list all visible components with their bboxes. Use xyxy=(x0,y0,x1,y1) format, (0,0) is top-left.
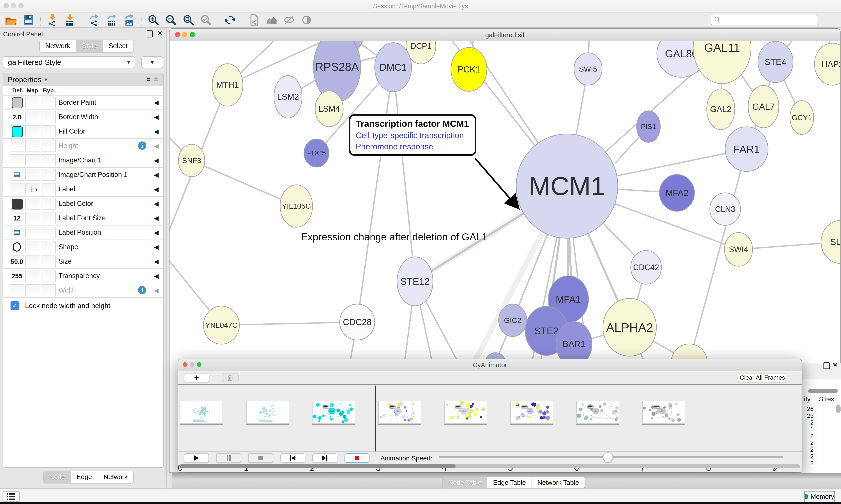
clear-all-frames-button[interactable]: Clear All Frames xyxy=(738,373,787,382)
mapping-cell[interactable] xyxy=(25,169,40,181)
expand-property-icon[interactable]: ◀ xyxy=(154,128,159,135)
mapping-cell[interactable] xyxy=(25,284,40,296)
column-header-centrality[interactable]: ity xyxy=(804,395,810,403)
annotation-link[interactable]: Cell-type-specific transcription xyxy=(356,131,469,140)
mapping-cell[interactable] xyxy=(25,111,40,123)
default-value-cell[interactable] xyxy=(10,198,24,210)
network-node-rps28a[interactable]: RPS28A xyxy=(314,41,361,102)
table-cell-value[interactable]: 2 xyxy=(801,439,813,446)
bypass-cell[interactable] xyxy=(41,270,56,282)
export-table-icon[interactable] xyxy=(106,14,118,26)
skip-start-button[interactable] xyxy=(280,453,305,463)
default-value-cell[interactable] xyxy=(10,241,24,253)
property-row-border-paint[interactable]: Border Paint◀ xyxy=(3,95,163,110)
expand-property-icon[interactable]: ◀ xyxy=(154,99,159,106)
mapping-cell[interactable] xyxy=(25,154,40,166)
property-row-fill-color[interactable]: Fill Color◀ xyxy=(3,124,163,139)
network-node-swi4[interactable]: SWI4 xyxy=(724,233,753,266)
frame-thumbnail-5[interactable]: MCM1 xyxy=(510,401,553,424)
mapping-cell[interactable] xyxy=(25,212,40,224)
property-row-label[interactable]: ⋮›Label◀ xyxy=(3,182,163,197)
default-value-cell[interactable] xyxy=(10,169,24,181)
default-value-cell[interactable]: 12 xyxy=(10,212,24,224)
document-network-icon[interactable] xyxy=(248,14,260,26)
network-node-gal7[interactable]: GAL7 xyxy=(748,85,779,128)
bypass-cell[interactable] xyxy=(41,183,56,195)
property-row-image-chart-1[interactable]: Image/Chart 1◀ xyxy=(3,153,163,168)
network-edge[interactable] xyxy=(192,161,296,206)
pause-button[interactable] xyxy=(216,453,241,463)
mapping-cell[interactable] xyxy=(25,227,40,238)
expand-property-icon[interactable]: ◀ xyxy=(154,186,159,193)
stop-button[interactable] xyxy=(248,453,273,463)
timeline-scrollbar[interactable] xyxy=(180,464,800,468)
property-row-size[interactable]: 50.0Size◀ xyxy=(3,254,163,269)
bypass-cell[interactable] xyxy=(41,255,56,267)
close-panel-icon[interactable]: × xyxy=(833,362,837,367)
network-node-lsm4[interactable]: LSM4 xyxy=(315,91,343,127)
frame-thumbnail-3[interactable]: MCM1 xyxy=(378,401,421,424)
speed-slider-knob[interactable] xyxy=(603,452,613,463)
table-cell-value[interactable]: 2 xyxy=(801,453,813,460)
attribute-browser-tab-edge[interactable]: Edge xyxy=(71,471,98,483)
property-row-label-position[interactable]: Label Position◀ xyxy=(3,226,163,240)
tab-select[interactable]: Select xyxy=(103,40,133,52)
frame-thumbnail-4[interactable]: MCM1 xyxy=(444,401,487,424)
frame-thumbnail-6[interactable]: MCM1 xyxy=(576,401,619,424)
delete-frame-button[interactable] xyxy=(222,373,239,382)
network-node-alpha2[interactable]: ALPHA2 xyxy=(603,299,656,356)
bypass-cell[interactable] xyxy=(41,111,56,123)
mapping-cell[interactable] xyxy=(25,125,40,137)
style-options-button[interactable]: ▾ xyxy=(141,56,163,68)
zoom-selected-icon[interactable] xyxy=(200,14,212,26)
expand-property-icon[interactable]: ◀ xyxy=(154,113,159,121)
frame-thumbnail-0[interactable] xyxy=(180,401,223,424)
expand-property-icon[interactable]: ◀ xyxy=(154,215,159,222)
hide-details-icon[interactable] xyxy=(283,14,295,26)
import-table-icon[interactable] xyxy=(64,14,76,26)
mapping-cell[interactable] xyxy=(25,198,40,210)
default-value-cell[interactable] xyxy=(10,183,24,195)
table-cell-value[interactable]: 2 xyxy=(801,446,813,453)
show-details-icon[interactable] xyxy=(301,14,313,26)
network-node-mcm1[interactable]: MCM1 xyxy=(516,134,618,238)
network-node-pck1[interactable]: PCK1 xyxy=(451,48,487,91)
mapping-cell[interactable] xyxy=(25,96,40,108)
table-cell-value[interactable]: 2 xyxy=(801,433,813,439)
cyanimator-titlebar[interactable]: CyAnimator xyxy=(178,359,802,371)
info-icon[interactable]: i xyxy=(138,141,146,150)
property-row-border-width[interactable]: 2.0Border Width◀ xyxy=(3,110,163,124)
property-row-width[interactable]: Widthi◀ xyxy=(3,283,163,298)
bypass-cell[interactable] xyxy=(41,241,56,253)
table-tab-node-table[interactable]: Node Table xyxy=(443,476,487,488)
network-node-gcy1[interactable]: GCY1 xyxy=(790,101,813,134)
export-image-icon[interactable] xyxy=(123,14,135,26)
style-selector[interactable]: galFiltered Style ▾ xyxy=(3,56,135,68)
table-tab-edge-table[interactable]: Edge Table xyxy=(487,476,532,488)
bypass-cell[interactable] xyxy=(41,169,56,181)
network-node-ynl047c[interactable]: YNL047C xyxy=(203,306,239,344)
column-divider[interactable] xyxy=(816,394,816,404)
bypass-cell[interactable] xyxy=(41,154,56,166)
expand-property-icon[interactable]: ◀ xyxy=(154,272,159,280)
property-row-label-font-size[interactable]: 12Label Font Size◀ xyxy=(3,211,163,226)
table-scrollbar-vertical[interactable] xyxy=(836,405,841,413)
playhead[interactable] xyxy=(375,385,376,452)
mapping-cell[interactable] xyxy=(25,255,40,267)
network-node-swi5[interactable]: SWI5 xyxy=(574,53,602,85)
tab-style[interactable]: Style xyxy=(76,40,103,52)
property-row-label-color[interactable]: Label Color◀ xyxy=(3,197,163,211)
close-panel-icon[interactable]: × xyxy=(158,30,162,36)
default-value-cell[interactable] xyxy=(10,140,24,152)
properties-header[interactable]: Properties ▾ « « xyxy=(3,73,163,86)
homes-icon[interactable] xyxy=(265,14,278,26)
network-window-titlebar[interactable]: galFiltered.sif xyxy=(169,29,840,41)
expand-property-icon[interactable]: ◀ xyxy=(154,244,159,251)
frame-thumbnail-2[interactable]: MCM1 xyxy=(312,401,355,424)
column-header-stress[interactable]: Stres xyxy=(819,395,834,403)
frame-thumbnail-1[interactable] xyxy=(246,401,289,424)
expand-all-icon[interactable]: « xyxy=(154,76,159,83)
annotation-box[interactable]: Transcription factor MCM1 Cell-type-spec… xyxy=(349,114,476,156)
zoom-out-icon[interactable] xyxy=(165,14,177,26)
bypass-cell[interactable] xyxy=(41,96,56,108)
